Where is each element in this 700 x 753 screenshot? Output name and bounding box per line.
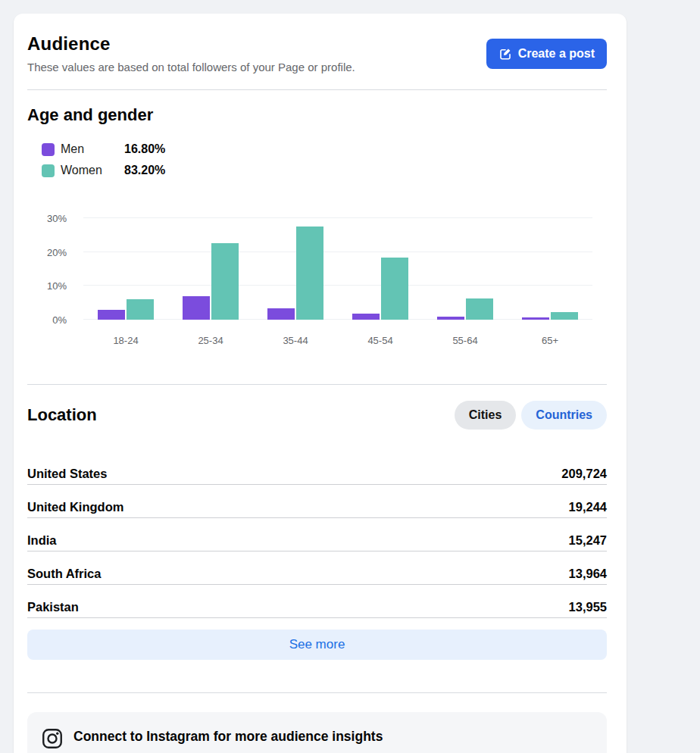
bar-women-65+ — [551, 312, 578, 320]
see-more-button[interactable]: See more — [27, 630, 607, 660]
instagram-connect-banner[interactable]: Connect to Instagram for more audience i… — [27, 712, 607, 753]
section-divider — [27, 384, 607, 385]
legend-label-women: Women — [61, 164, 124, 177]
countries-table: United States 209,724 United Kingdom 19,… — [27, 451, 607, 618]
audience-header: Audience These values are based on total… — [27, 33, 607, 74]
instagram-icon — [41, 727, 64, 753]
page-subtitle: These values are based on total follower… — [27, 61, 355, 74]
country-name: United States — [27, 467, 107, 481]
y-tick-label: 10% — [47, 280, 67, 292]
table-row: United Kingdom 19,244 — [27, 485, 607, 518]
country-value: 209,724 — [561, 467, 607, 481]
women-color-swatch — [42, 164, 55, 177]
x-tick-label: 35-44 — [253, 335, 338, 346]
y-tick-label: 30% — [47, 213, 67, 224]
x-tick-label: 25-34 — [168, 335, 253, 346]
x-tick-label: 65+ — [508, 335, 592, 346]
country-name: United Kingdom — [27, 500, 123, 514]
country-name: India — [27, 533, 57, 548]
page-title: Audience — [27, 33, 355, 55]
bar-group-65+ — [508, 218, 592, 320]
bar-men-65+ — [522, 317, 549, 320]
location-heading: Location — [27, 405, 97, 425]
country-value: 19,244 — [569, 500, 607, 514]
create-post-label: Create a post — [518, 47, 595, 61]
create-post-button[interactable]: Create a post — [486, 39, 607, 69]
bar-group-45-54 — [338, 218, 423, 320]
table-row: South Africa 13,964 — [27, 551, 607, 585]
country-value: 13,964 — [569, 567, 607, 581]
bar-group-35-44 — [253, 218, 338, 320]
bar-women-35-44 — [296, 227, 323, 320]
country-value: 15,247 — [569, 533, 607, 548]
chart-y-axis: 0%10%20%30% — [27, 218, 67, 320]
location-tabs: Cities Countries — [455, 401, 607, 430]
audience-card: Audience These values are based on total… — [14, 14, 627, 753]
bar-men-25-34 — [183, 296, 210, 320]
age-gender-chart: 0%10%20%30% 18-2425-3435-4445-5455-6465+ — [27, 218, 607, 346]
bar-group-55-64 — [423, 218, 508, 320]
legend-value-men: 16.80% — [124, 142, 165, 156]
legend-item-women: Women 83.20% — [42, 162, 607, 179]
header-divider — [27, 89, 607, 90]
bar-groups — [83, 218, 592, 320]
country-value: 13,955 — [569, 600, 607, 614]
bar-group-25-34 — [168, 218, 253, 320]
bar-women-55-64 — [466, 298, 493, 320]
country-name: South Africa — [27, 567, 101, 581]
instagram-banner-description: See how many people in your audience fol… — [73, 750, 507, 753]
chart-legend: Men 16.80% Women 83.20% — [42, 141, 607, 179]
table-row: India 15,247 — [27, 518, 607, 551]
x-tick-label: 18-24 — [83, 335, 168, 346]
legend-item-men: Men 16.80% — [42, 141, 607, 158]
y-tick-label: 20% — [47, 246, 67, 258]
footer-divider — [27, 692, 607, 693]
bar-men-35-44 — [267, 308, 295, 320]
bar-group-18-24 — [83, 218, 168, 320]
chart-x-axis: 18-2425-3435-4445-5455-6465+ — [83, 335, 592, 346]
header-text: Audience These values are based on total… — [27, 33, 355, 74]
location-header: Location Cities Countries — [27, 401, 607, 430]
table-row: Pakistan 13,955 — [27, 585, 607, 618]
y-tick-label: 0% — [52, 314, 67, 326]
country-name: Pakistan — [27, 600, 79, 614]
tab-cities[interactable]: Cities — [455, 401, 517, 430]
table-row: United States 209,724 — [27, 451, 607, 485]
age-gender-heading: Age and gender — [27, 105, 607, 125]
bar-women-25-34 — [211, 243, 239, 320]
chart-plot — [83, 218, 592, 320]
men-color-swatch — [42, 143, 55, 156]
bar-women-45-54 — [381, 258, 408, 320]
bar-men-45-54 — [352, 314, 380, 320]
compose-icon — [498, 47, 512, 61]
legend-label-men: Men — [61, 142, 124, 156]
tab-countries[interactable]: Countries — [521, 401, 607, 430]
x-tick-label: 55-64 — [423, 335, 508, 346]
instagram-banner-text: Connect to Instagram for more audience i… — [73, 727, 507, 753]
legend-value-women: 83.20% — [124, 164, 165, 177]
bar-men-18-24 — [98, 310, 125, 320]
x-tick-label: 45-54 — [338, 335, 423, 346]
instagram-banner-title: Connect to Instagram for more audience i… — [73, 727, 507, 745]
bar-men-55-64 — [437, 317, 464, 320]
bar-women-18-24 — [127, 299, 154, 320]
